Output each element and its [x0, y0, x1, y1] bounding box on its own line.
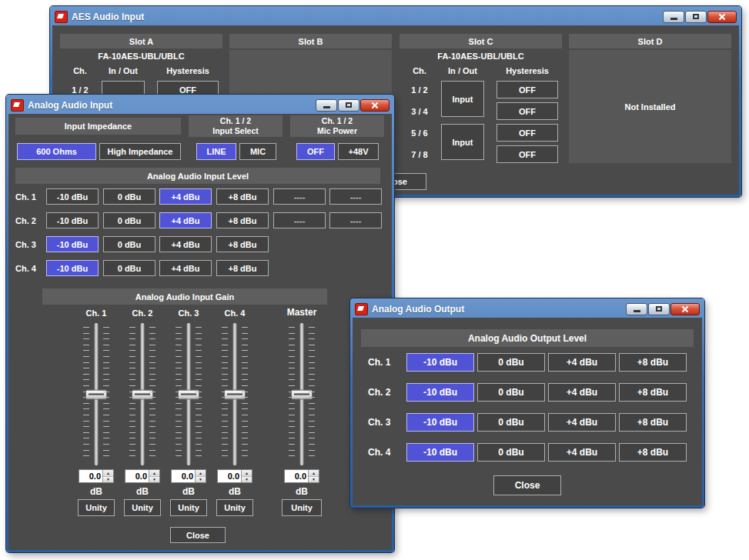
analog-output-client-area: Analog Audio Output Level Ch. 1 -10 dBu … [353, 318, 702, 505]
slot-c-input-button-2[interactable]: Input [441, 124, 484, 160]
level-button[interactable]: +8 dBu [216, 236, 269, 252]
gain-value-field-ch1[interactable]: 0.0▲▼ [79, 469, 114, 483]
spinner-up-icon[interactable]: ▲ [103, 470, 113, 477]
level-button[interactable]: +8 dBu [216, 212, 269, 228]
unity-button-ch2[interactable]: Unity [124, 499, 161, 516]
gain-value-field-ch3[interactable]: 0.0▲▼ [171, 469, 206, 483]
level-button[interactable]: +4 dBu [159, 260, 212, 276]
slot-c-ch-label: 1 / 2 [403, 81, 436, 98]
spinner-up-icon[interactable]: ▲ [309, 470, 319, 477]
slot-c-hysteresis-button[interactable]: OFF [497, 102, 558, 120]
impedance-high-button[interactable]: High Impedance [99, 143, 181, 160]
output-level-button[interactable]: +8 dBu [619, 383, 687, 402]
spinner-up-icon[interactable]: ▲ [242, 470, 252, 477]
gain-value-field-master[interactable]: 0.0▲▼ [284, 469, 319, 483]
titlebar[interactable]: AES Audio Input [52, 8, 739, 25]
output-level-button[interactable]: -10 dBu [406, 443, 474, 462]
output-level-button[interactable]: -10 dBu [406, 413, 474, 432]
level-button[interactable]: 0 dBu [103, 212, 155, 228]
spinner-up-icon[interactable]: ▲ [196, 470, 206, 477]
level-button-disabled[interactable]: ---- [273, 212, 326, 228]
gain-value[interactable]: 0.0 [218, 470, 241, 482]
fader-thumb[interactable] [85, 389, 107, 399]
slot-c-hysteresis-button[interactable]: OFF [497, 145, 558, 163]
gain-value-field-ch2[interactable]: 0.0▲▼ [125, 469, 160, 483]
level-button-disabled[interactable]: ---- [273, 188, 326, 205]
unity-button-ch4[interactable]: Unity [216, 499, 253, 516]
minimize-button[interactable] [316, 99, 337, 112]
gain-value[interactable]: 0.0 [285, 470, 308, 482]
maximize-button[interactable] [685, 11, 707, 23]
maximize-button[interactable] [338, 99, 359, 112]
level-button[interactable]: -10 dBu [46, 188, 99, 205]
gain-value-field-ch4[interactable]: 0.0▲▼ [217, 469, 252, 483]
gain-value[interactable]: 0.0 [79, 470, 102, 482]
output-level-button[interactable]: +4 dBu [548, 383, 616, 402]
output-level-button[interactable]: +4 dBu [548, 443, 616, 462]
level-button-disabled[interactable]: ---- [329, 188, 382, 205]
slot-c-input-button-1[interactable]: Input [441, 81, 484, 117]
level-button-disabled[interactable]: ---- [329, 212, 382, 228]
slot-c-hysteresis-button[interactable]: OFF [497, 81, 558, 98]
output-level-button[interactable]: +4 dBu [548, 353, 616, 372]
analog-output-close-button[interactable]: Close [493, 475, 561, 495]
output-level-button[interactable]: 0 dBu [477, 443, 545, 462]
fader-ch4[interactable] [221, 323, 249, 465]
spinner-down-icon[interactable]: ▼ [196, 477, 206, 483]
level-button[interactable]: +8 dBu [216, 188, 269, 205]
gain-value[interactable]: 0.0 [172, 470, 195, 482]
level-button[interactable]: 0 dBu [103, 260, 155, 276]
level-button[interactable]: -10 dBu [46, 260, 99, 276]
unity-button-ch3[interactable]: Unity [170, 499, 207, 516]
fader-thumb[interactable] [224, 389, 246, 399]
channel-label: Ch. 4 [368, 443, 402, 462]
impedance-600ohms-button[interactable]: 600 Ohms [17, 143, 96, 160]
unity-button-ch1[interactable]: Unity [78, 499, 115, 516]
minimize-button[interactable] [626, 303, 647, 315]
level-button[interactable]: 0 dBu [103, 188, 155, 205]
fader-ch2[interactable] [129, 323, 156, 465]
maximize-button[interactable] [648, 303, 670, 315]
close-window-button[interactable] [670, 303, 700, 315]
input-select-line-button[interactable]: LINE [196, 143, 236, 160]
spinner-down-icon[interactable]: ▼ [309, 477, 319, 483]
fader-ch3[interactable] [175, 323, 202, 465]
fader-thumb[interactable] [178, 389, 199, 399]
output-level-button[interactable]: 0 dBu [477, 353, 545, 372]
slot-c-hysteresis-button[interactable]: OFF [497, 124, 558, 142]
output-level-button[interactable]: +8 dBu [619, 413, 687, 432]
output-level-button[interactable]: +8 dBu [619, 443, 687, 462]
fader-thumb[interactable] [291, 389, 313, 399]
level-button[interactable]: +4 dBu [159, 236, 212, 252]
level-button[interactable]: -10 dBu [46, 236, 99, 252]
analog-input-close-button[interactable]: Close [170, 527, 226, 543]
spinner-down-icon[interactable]: ▼ [149, 477, 159, 483]
close-window-button[interactable] [360, 99, 390, 112]
unity-button-master[interactable]: Unity [282, 499, 322, 516]
mic-power-off-button[interactable]: OFF [296, 143, 335, 160]
input-select-mic-button[interactable]: MIC [239, 143, 276, 160]
output-level-button[interactable]: +4 dBu [548, 413, 616, 432]
gain-value[interactable]: 0.0 [125, 470, 149, 482]
output-level-button[interactable]: -10 dBu [406, 383, 474, 402]
output-level-button[interactable]: 0 dBu [477, 413, 545, 432]
minimize-button[interactable] [663, 11, 684, 23]
output-level-button[interactable]: 0 dBu [477, 383, 545, 402]
level-button[interactable]: +4 dBu [159, 188, 212, 205]
output-level-button[interactable]: +8 dBu [619, 353, 687, 372]
mic-power-48v-button[interactable]: +48V [338, 143, 379, 160]
spinner-down-icon[interactable]: ▼ [103, 477, 113, 483]
fader-master[interactable] [288, 323, 316, 465]
fader-ch1[interactable] [82, 323, 110, 465]
titlebar[interactable]: Analog Audio Input [8, 97, 392, 114]
spinner-up-icon[interactable]: ▲ [149, 470, 159, 477]
close-window-button[interactable] [707, 11, 737, 23]
output-level-button[interactable]: -10 dBu [406, 353, 474, 372]
level-button[interactable]: 0 dBu [103, 236, 155, 252]
titlebar[interactable]: Analog Audio Output [353, 301, 702, 318]
level-button[interactable]: +8 dBu [216, 260, 269, 276]
fader-thumb[interactable] [132, 389, 153, 399]
level-button[interactable]: -10 dBu [46, 212, 99, 228]
spinner-down-icon[interactable]: ▼ [242, 477, 252, 483]
level-button[interactable]: +4 dBu [159, 212, 212, 228]
